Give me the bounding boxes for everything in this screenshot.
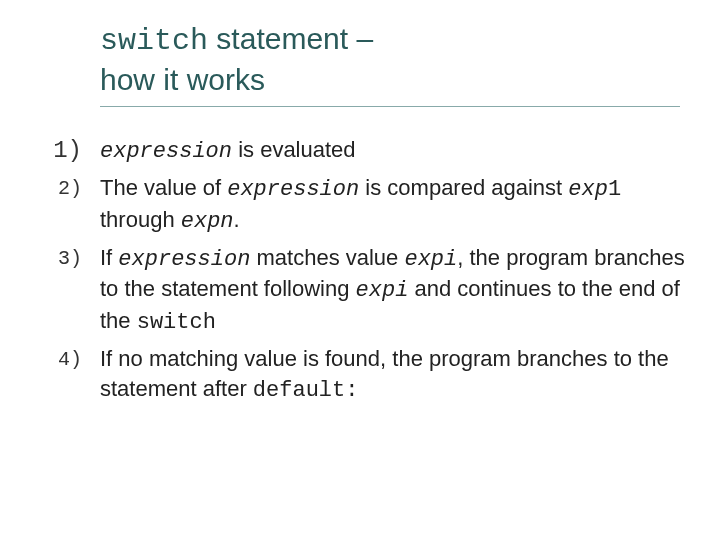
list-number: 3) — [30, 243, 100, 338]
text-run: default: — [253, 378, 359, 403]
text-run: is evaluated — [232, 137, 356, 162]
title-rest1: statement – — [208, 22, 373, 55]
text-run: i — [444, 247, 457, 272]
text-run: If no matching value is found, the progr… — [100, 346, 669, 401]
title-code: switch — [100, 24, 208, 58]
text-run: If — [100, 245, 118, 270]
text-run: exp — [568, 177, 608, 202]
list-item: If no matching value is found, the progr… — [100, 344, 690, 405]
title-line2: how it works — [100, 63, 265, 96]
text-run: through — [100, 207, 181, 232]
text-run: expression — [118, 247, 250, 272]
text-run: matches value — [250, 245, 404, 270]
text-run: n — [220, 209, 233, 234]
list-item: If expression matches value expi, the pr… — [100, 243, 690, 338]
text-run: The value of — [100, 175, 227, 200]
list-item: The value of expression is compared agai… — [100, 173, 690, 236]
text-run: expression — [100, 139, 232, 164]
title-underline — [100, 106, 680, 107]
text-run: i — [395, 278, 408, 303]
ordered-list: 1)expression is evaluated2)The value of … — [30, 135, 690, 405]
text-run: expression — [227, 177, 359, 202]
text-run: . — [234, 207, 240, 232]
text-run: exp — [356, 278, 396, 303]
list-number: 1) — [30, 135, 100, 167]
text-run: exp — [181, 209, 221, 234]
list-number: 2) — [30, 173, 100, 236]
title-block: switch statement – how it works — [100, 20, 690, 98]
slide-title: switch statement – how it works — [100, 20, 690, 98]
slide: switch statement – how it works 1)expres… — [0, 0, 720, 425]
text-run: exp — [404, 247, 444, 272]
text-run: is compared against — [359, 175, 568, 200]
text-run: switch — [137, 310, 216, 335]
list-item: expression is evaluated — [100, 135, 690, 167]
list-number: 4) — [30, 344, 100, 405]
text-run: 1 — [608, 177, 621, 202]
